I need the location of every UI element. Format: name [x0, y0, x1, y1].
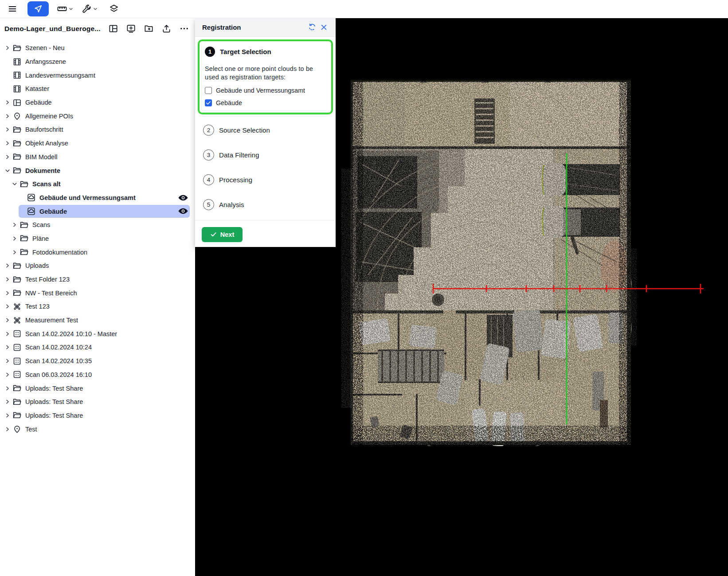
pin-icon	[12, 424, 22, 434]
chevron-down-icon[interactable]	[3, 166, 12, 176]
step-label: Target Selection	[220, 48, 271, 55]
chevron-right-icon[interactable]	[3, 370, 12, 380]
chevron-right-icon[interactable]	[3, 397, 12, 407]
tree-item[interactable]: Measurement Test	[0, 313, 195, 327]
wizard-step[interactable]: 2Source Selection	[198, 118, 333, 143]
film-icon	[12, 57, 22, 67]
tree-item[interactable]: Scan 06.03.2024 16:10	[0, 368, 195, 382]
tree-item[interactable]: Uploads: Test Share	[0, 381, 195, 395]
tree-item-label: BIM Modell	[25, 153, 58, 161]
chevron-right-icon[interactable]	[3, 288, 12, 298]
folder-icon	[20, 180, 29, 189]
tree-item[interactable]: Gebäude und Vermessungsamt	[0, 191, 195, 205]
tree-item[interactable]: Uploads: Test Share	[0, 395, 195, 409]
measure-icon	[12, 316, 22, 325]
chevron-down-icon	[68, 6, 74, 12]
tree-item[interactable]: Scan 14.02.2024 10:24	[0, 341, 195, 354]
tree-item[interactable]: NW - Test Bereich	[0, 286, 195, 300]
layers-icon	[109, 4, 119, 14]
tree-item[interactable]: Scan 14.02.2024 10:35	[0, 354, 195, 368]
tree-item-label: Gebäude	[25, 99, 52, 106]
tree-item-label: Szenen - Neu	[25, 44, 65, 51]
menu-icon[interactable]	[4, 1, 20, 16]
panels-icon[interactable]	[107, 22, 120, 35]
tree-item[interactable]: Scan 14.02.2024 10:10 - Master	[0, 327, 195, 341]
folder-icon	[12, 411, 22, 420]
add-folder-icon[interactable]	[142, 22, 156, 35]
visibility-eye-icon[interactable]	[178, 206, 188, 216]
chevron-right-icon[interactable]	[3, 274, 12, 284]
pointcloud-checkbox-row[interactable]: Gebäude und Vermessungsamt	[205, 87, 326, 94]
tree-item[interactable]: Test Folder 123	[0, 273, 195, 286]
chevron-right-icon[interactable]	[10, 220, 20, 230]
checkbox-label: Gebäude und Vermessungsamt	[216, 87, 305, 94]
tree-item-label: Scan 14.02.2024 10:35	[25, 357, 92, 364]
chevron-right-icon[interactable]	[3, 138, 12, 148]
tree-item-label: Landesvermessungsamt	[25, 72, 95, 79]
film-icon	[12, 84, 22, 94]
chevron-right-icon[interactable]	[3, 411, 12, 420]
wizard-step[interactable]: 3Data Filtering	[198, 143, 333, 168]
chevron-down-icon[interactable]	[10, 179, 20, 189]
chevron-right-icon[interactable]	[3, 329, 12, 339]
tree-item-label: Allgemeine POIs	[25, 113, 73, 120]
navigate-tool-button[interactable]	[27, 1, 49, 16]
tree-item[interactable]: Gebäude	[0, 96, 195, 110]
tree-item[interactable]: Allgemeine POIs	[0, 109, 195, 123]
tree-item[interactable]: Uploads	[0, 259, 195, 273]
tree-item[interactable]: Gebäude	[0, 204, 195, 218]
tree-item[interactable]: Kataster	[0, 82, 195, 96]
tree-item[interactable]: Test 123	[0, 300, 195, 313]
chevron-right-icon[interactable]	[10, 247, 20, 257]
visibility-eye-icon[interactable]	[178, 193, 188, 203]
chevron-right-icon[interactable]	[3, 342, 12, 352]
tree-item[interactable]: Anfangsszene	[0, 55, 195, 69]
chevron-right-icon[interactable]	[3, 424, 12, 434]
next-button[interactable]: Next	[202, 227, 243, 242]
pointcloud-checkbox-row[interactable]: Gebäude	[205, 99, 326, 106]
chevron-right-icon[interactable]	[3, 152, 12, 162]
tree-item[interactable]: Objekt Analyse	[0, 137, 195, 150]
wizard-step[interactable]: 4Processing	[198, 168, 333, 192]
close-icon[interactable]	[318, 21, 329, 33]
checkbox-label: Gebäude	[216, 99, 242, 106]
chevron-right-icon[interactable]	[3, 111, 12, 121]
tree-item[interactable]: Scans alt	[0, 177, 195, 191]
layers-button[interactable]	[109, 4, 119, 14]
tree-item[interactable]: Landesvermessungsamt	[0, 68, 195, 82]
tree-item-label: Dokumente	[25, 167, 60, 174]
chevron-right-icon[interactable]	[3, 98, 12, 107]
tree-item[interactable]: Dokumente	[0, 164, 195, 177]
chevron-right-icon[interactable]	[3, 384, 12, 393]
tree-item[interactable]: Fotodokumentation	[0, 245, 195, 259]
check-icon	[210, 231, 217, 238]
chevron-right-icon[interactable]	[3, 261, 12, 270]
pin-icon	[12, 111, 22, 121]
chevron-right-icon[interactable]	[10, 234, 20, 243]
checkbox-checked[interactable]	[205, 99, 212, 106]
add-scene-icon[interactable]	[125, 22, 138, 35]
wizard-step[interactable]: 5Analysis	[198, 192, 333, 217]
chevron-right-icon[interactable]	[3, 315, 12, 325]
more-options-icon[interactable]	[178, 22, 191, 35]
sidebar-header: Demo-Lager_und_Bueroge...	[0, 18, 195, 39]
tools-button[interactable]	[82, 4, 98, 14]
tree-item[interactable]: Test	[0, 422, 195, 436]
tree-item-label: Test 123	[25, 303, 50, 310]
tree-item[interactable]: Uploads: Test Share	[0, 409, 195, 423]
tree-item[interactable]: BIM Modell	[0, 150, 195, 164]
chevron-right-icon[interactable]	[3, 302, 12, 311]
upload-icon[interactable]	[160, 22, 173, 35]
chevron-right-icon[interactable]	[3, 356, 12, 366]
tree-item[interactable]: Scans	[0, 218, 195, 232]
measure-tool-button[interactable]	[57, 4, 74, 14]
tree-item[interactable]: Pläne	[0, 232, 195, 246]
tree-item[interactable]: Szenen - Neu	[0, 41, 195, 55]
tree-item-label: Pläne	[32, 235, 49, 242]
chevron-right-icon[interactable]	[3, 43, 12, 53]
tree-item[interactable]: Baufortschritt	[0, 123, 195, 137]
checkbox-unchecked[interactable]	[205, 87, 212, 94]
tree-item-label: Uploads: Test Share	[25, 398, 83, 405]
chevron-right-icon[interactable]	[3, 125, 12, 134]
reset-icon[interactable]	[306, 21, 318, 33]
